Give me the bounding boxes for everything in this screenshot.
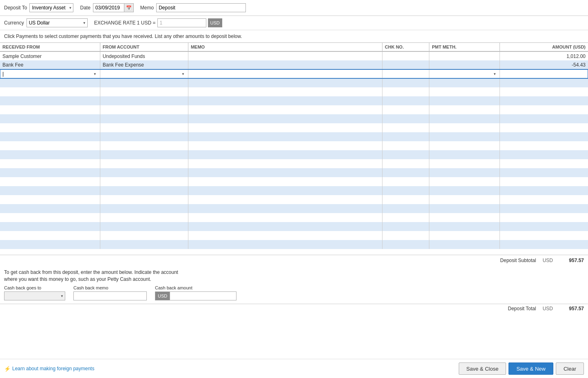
deposit-subtotal-section: Deposit Subtotal USD 957.57 — [0, 255, 588, 266]
currency-label: Currency — [4, 20, 24, 26]
cashback-amount-label: Cash back amount — [155, 285, 237, 290]
cashback-memo-input[interactable] — [73, 291, 147, 300]
table-row — [0, 141, 588, 150]
col-header-pmt-meth: PMT METH. — [429, 43, 500, 51]
table-row — [0, 132, 588, 141]
deposit-total-value: 957.57 — [559, 306, 584, 311]
pmt-meth-input[interactable] — [432, 71, 497, 77]
table-row — [0, 231, 588, 240]
cashback-section: To get cash back from this deposit, ente… — [0, 266, 588, 304]
deposit-to-label: Deposit To — [4, 5, 27, 11]
currency-select-wrapper[interactable]: US Dollar — [27, 18, 88, 27]
deposit-table-container: RECEIVED FROM FROM ACCOUNT MEMO CHK NO. … — [0, 42, 588, 255]
cashback-description: To get cash back from this deposit, ente… — [4, 269, 584, 283]
save-new-button[interactable]: Save & New — [508, 362, 553, 375]
cell-received-from: Bank Fee — [0, 60, 100, 69]
cell-amount: 1,012.00 — [500, 51, 588, 60]
deposit-total-section: Deposit Total USD 957.57 — [0, 304, 588, 313]
exchange-rate-badge: USD — [208, 18, 222, 27]
exchange-rate-wrapper: EXCHANGE RATE 1 USD = USD — [94, 18, 222, 27]
cashback-goes-to-select[interactable] — [4, 291, 65, 300]
received-from-input[interactable] — [2, 71, 97, 77]
table-row — [0, 123, 588, 132]
cell-received-from-input[interactable] — [0, 69, 100, 78]
cashback-amount-input[interactable] — [170, 292, 236, 300]
currency-group: Currency US Dollar — [4, 18, 88, 27]
deposit-table: RECEIVED FROM FROM ACCOUNT MEMO CHK NO. … — [0, 43, 588, 249]
table-row — [0, 168, 588, 177]
exchange-rate-input[interactable] — [157, 18, 206, 27]
action-buttons: Save & Close Save & New Clear — [459, 362, 584, 375]
memo-input[interactable] — [156, 3, 246, 12]
cashback-amount-wrapper: USD — [155, 291, 237, 300]
table-row — [0, 213, 588, 222]
currency-select[interactable]: US Dollar — [27, 18, 88, 27]
cell-memo — [188, 51, 382, 60]
cell-from-account-input[interactable] — [100, 69, 188, 78]
instruction-row: Click Payments to select customer paymen… — [0, 30, 588, 42]
exchange-rate-label: EXCHANGE RATE 1 USD = — [94, 20, 156, 26]
table-row — [0, 159, 588, 168]
cell-amount-input[interactable] — [500, 69, 588, 78]
calendar-icon[interactable]: 📅 — [124, 4, 133, 12]
lightning-icon: ⚡ — [4, 366, 11, 372]
cell-from-account: Bank Fee Expense — [100, 60, 188, 69]
date-input[interactable] — [93, 4, 124, 12]
deposit-total-label: Deposit Total — [508, 306, 536, 311]
col-header-from-account: FROM ACCOUNT — [100, 43, 188, 51]
deposit-subtotal-currency: USD — [543, 258, 553, 263]
cashback-amount-group: Cash back amount USD — [155, 285, 237, 300]
table-row — [0, 204, 588, 213]
date-input-wrapper[interactable]: 📅 — [93, 3, 134, 12]
cashback-memo-label: Cash back memo — [73, 285, 147, 290]
from-account-input[interactable] — [103, 71, 186, 77]
cell-memo-input[interactable] — [188, 69, 382, 78]
table-row — [0, 87, 588, 96]
date-label: Date — [80, 5, 90, 11]
deposit-to-select[interactable]: Inventory Asset — [29, 3, 73, 12]
cashback-usd-prefix: USD — [155, 292, 170, 300]
table-row — [0, 114, 588, 123]
cashback-goes-to-group: Cash back goes to — [4, 285, 65, 300]
cashback-fields: Cash back goes to Cash back memo Cash ba… — [4, 285, 584, 300]
table-row-active[interactable] — [0, 69, 588, 78]
memo-group: Memo — [140, 3, 246, 12]
col-header-memo: MEMO — [188, 43, 382, 51]
table-row: Sample Customer Undeposited Funds 1,012.… — [0, 51, 588, 60]
clear-button[interactable]: Clear — [556, 362, 584, 375]
subtotal-area: Deposit Subtotal USD 957.57 — [500, 258, 584, 263]
cell-memo — [188, 60, 382, 69]
cell-amount: -54.43 — [500, 60, 588, 69]
table-row — [0, 195, 588, 204]
cell-pmt-meth — [429, 60, 500, 69]
table-row — [0, 240, 588, 249]
col-header-amount: AMOUNT (USD) — [500, 43, 588, 51]
date-group: Date 📅 — [80, 3, 133, 12]
deposit-total-currency: USD — [543, 306, 553, 311]
top-bar: Deposit To Inventory Asset Date 📅 Memo — [0, 0, 588, 16]
table-row — [0, 222, 588, 231]
table-row — [0, 177, 588, 186]
table-row — [0, 105, 588, 114]
table-row — [0, 150, 588, 159]
table-row: Bank Fee Bank Fee Expense -54.43 — [0, 60, 588, 69]
table-row — [0, 186, 588, 195]
bottom-bar: ⚡ Learn about making foreign payments Sa… — [0, 359, 588, 378]
memo-label: Memo — [140, 5, 154, 11]
cashback-description-line1: To get cash back from this deposit, ente… — [4, 269, 178, 275]
table-row — [0, 78, 588, 87]
cell-chk-no-input[interactable] — [382, 69, 429, 78]
foreign-payment-link[interactable]: ⚡ Learn about making foreign payments — [4, 366, 94, 372]
deposit-to-select-wrapper[interactable]: Inventory Asset — [29, 3, 73, 12]
cell-chk-no — [382, 51, 429, 60]
cell-pmt-meth-input[interactable] — [429, 69, 500, 78]
currency-row: Currency US Dollar EXCHANGE RATE 1 USD =… — [0, 16, 588, 30]
col-header-chk-no: CHK NO. — [382, 43, 429, 51]
cashback-goes-to-wrapper[interactable] — [4, 291, 65, 300]
table-header-row: RECEIVED FROM FROM ACCOUNT MEMO CHK NO. … — [0, 43, 588, 51]
cashback-description-line2: where you want this money to go, such as… — [4, 276, 151, 282]
cell-pmt-meth — [429, 51, 500, 60]
table-row — [0, 96, 588, 105]
col-header-received-from: RECEIVED FROM — [0, 43, 100, 51]
save-close-button[interactable]: Save & Close — [459, 362, 506, 375]
